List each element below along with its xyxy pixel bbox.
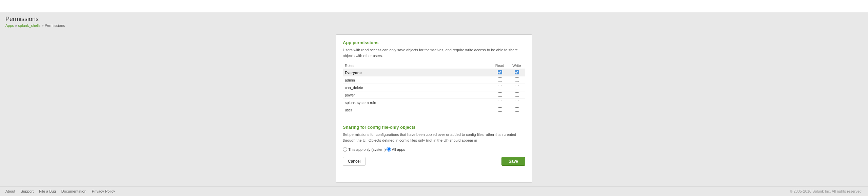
- write-cell: [508, 91, 525, 99]
- footer: AboutSupportFile a BugDocumentationPriva…: [0, 186, 868, 196]
- radio-this-app[interactable]: [343, 147, 347, 152]
- permissions-card: App permissions Users with read access c…: [336, 34, 532, 183]
- role-cell: user: [343, 106, 491, 114]
- write-checkbox[interactable]: [515, 92, 519, 97]
- footer-copyright: © 2005-2016 Splunk Inc. All rights reser…: [790, 189, 863, 193]
- breadcrumb: Apps » splunk_shells » Permissions: [0, 23, 868, 31]
- read-cell: [491, 76, 508, 84]
- action-row: Cancel Save: [343, 157, 525, 166]
- section-divider: [343, 119, 525, 119]
- save-button[interactable]: Save: [501, 157, 525, 166]
- radio-all-apps-text: All apps: [392, 147, 405, 152]
- cancel-button[interactable]: Cancel: [343, 157, 366, 166]
- footer-link[interactable]: File a Bug: [39, 189, 56, 193]
- table-row: splunk-system-role: [343, 99, 525, 106]
- footer-link[interactable]: Documentation: [61, 189, 86, 193]
- col-roles: Roles: [343, 63, 491, 69]
- table-row: user: [343, 106, 525, 114]
- breadcrumb-current: Permissions: [45, 23, 65, 28]
- write-checkbox[interactable]: [515, 85, 519, 89]
- write-cell: [508, 99, 525, 106]
- footer-link[interactable]: Privacy Policy: [92, 189, 115, 193]
- page-title: Permissions: [0, 12, 868, 23]
- read-checkbox[interactable]: [498, 100, 502, 104]
- breadcrumb-splunk-shells-link[interactable]: splunk_shells: [18, 23, 40, 28]
- footer-link[interactable]: Support: [21, 189, 34, 193]
- col-read: Read: [491, 63, 508, 69]
- radio-this-app-text: This app only (system): [348, 147, 386, 152]
- sharing-desc: Set permissions for configurations that …: [343, 132, 525, 143]
- read-checkbox[interactable]: [498, 92, 502, 97]
- write-checkbox[interactable]: [515, 70, 519, 74]
- radio-all-apps[interactable]: [387, 147, 391, 152]
- radio-all-apps-label[interactable]: All apps: [387, 147, 405, 152]
- role-cell: power: [343, 91, 491, 99]
- sharing-radio-group: This app only (system) All apps: [343, 147, 525, 152]
- sharing-section: Sharing for config file-only objects Set…: [343, 125, 525, 152]
- role-cell: can_delete: [343, 84, 491, 91]
- read-checkbox[interactable]: [498, 77, 502, 82]
- col-write: Write: [508, 63, 525, 69]
- radio-this-app-label[interactable]: This app only (system): [343, 147, 386, 152]
- read-checkbox[interactable]: [498, 85, 502, 89]
- read-cell: [491, 69, 508, 76]
- table-row: admin: [343, 76, 525, 84]
- write-cell: [508, 69, 525, 76]
- table-row: can_delete: [343, 84, 525, 91]
- top-bar: [0, 0, 868, 12]
- write-cell: [508, 76, 525, 84]
- read-cell: [491, 91, 508, 99]
- app-permissions-desc: Users with read access can only save obj…: [343, 47, 525, 58]
- role-cell: Everyone: [343, 69, 491, 76]
- permissions-table: Roles Read Write Everyoneadmincan_delete…: [343, 63, 525, 113]
- write-checkbox[interactable]: [515, 100, 519, 104]
- main-content: App permissions Users with read access c…: [0, 31, 868, 186]
- read-cell: [491, 106, 508, 114]
- read-checkbox[interactable]: [498, 70, 502, 74]
- write-cell: [508, 84, 525, 91]
- table-row: power: [343, 91, 525, 99]
- role-cell: splunk-system-role: [343, 99, 491, 106]
- read-cell: [491, 84, 508, 91]
- role-cell: admin: [343, 76, 491, 84]
- breadcrumb-apps-link[interactable]: Apps: [5, 23, 14, 28]
- footer-link[interactable]: About: [5, 189, 15, 193]
- footer-links: AboutSupportFile a BugDocumentationPriva…: [5, 189, 115, 193]
- write-checkbox[interactable]: [515, 77, 519, 82]
- table-row: Everyone: [343, 69, 525, 76]
- read-checkbox[interactable]: [498, 107, 502, 112]
- app-permissions-section: App permissions Users with read access c…: [343, 40, 525, 113]
- write-checkbox[interactable]: [515, 107, 519, 112]
- app-permissions-title: App permissions: [343, 40, 525, 45]
- read-cell: [491, 99, 508, 106]
- write-cell: [508, 106, 525, 114]
- sharing-title: Sharing for config file-only objects: [343, 125, 525, 130]
